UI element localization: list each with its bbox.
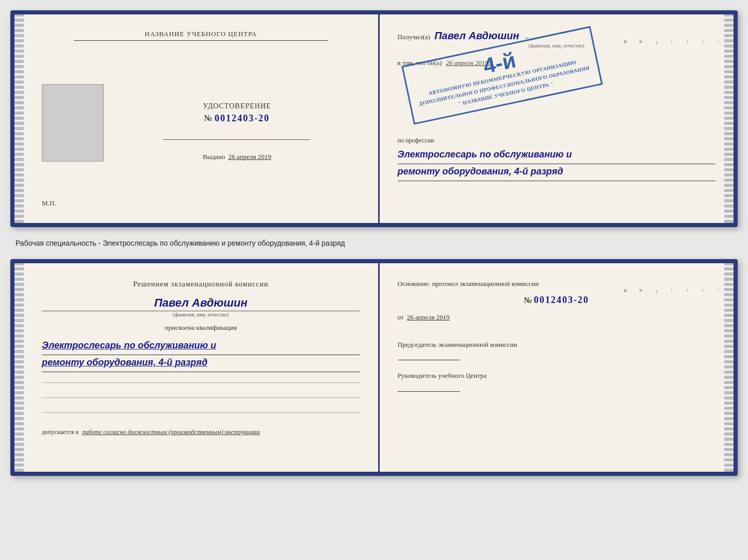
prisvoena-label: присвоена квалификация	[42, 324, 360, 332]
fio-label-bottom: (фамилия, имя, отчество)	[42, 312, 360, 317]
cert-number-top: 0012403-20	[214, 113, 270, 124]
po-professii-label: по профессии	[398, 137, 716, 145]
top-cert-right-page: 4-й АВТОНОМНУЮ НЕКОММЕРЧЕСКУЮ ОРГАНИЗАЦИ…	[380, 14, 734, 223]
ot-date: 26 апреля 2019	[407, 313, 450, 321]
protocol-number: 0012403-20	[534, 295, 589, 305]
vydano-label: Выдано	[203, 153, 225, 161]
bottom-cert-right-page: Основание: протокол экзаменационной коми…	[380, 263, 734, 472]
mp-label: М.П.	[42, 199, 56, 207]
qualification-line2: ремонту оборудования, 4-й разряд	[42, 355, 360, 372]
profession-line1-top: Электрослесарь по обслуживанию и	[398, 147, 716, 164]
ot-label: от	[398, 313, 404, 321]
page-wrapper: НАЗВАНИЕ УЧЕБНОГО ЦЕНТРА УДОСТОВЕРЕНИЕ №…	[10, 10, 738, 476]
predsedatel-signature-line	[398, 360, 460, 360]
rukovoditel-label: Руководитель учебного Центра	[398, 371, 716, 381]
name-handwritten-bottom: Павел Авдюшин	[42, 296, 360, 311]
name-block-bottom: Павел Авдюшин (фамилия, имя, отчество)	[42, 296, 360, 317]
profession-block-top: по профессии Электрослесарь по обслужива…	[398, 137, 716, 181]
profession-line2-top: ремонту оборудования, 4-й разряд	[398, 164, 716, 181]
qualification-line1: Электрослесарь по обслуживанию и	[42, 338, 360, 355]
rukovoditel-signature-line	[398, 391, 460, 392]
dopuskaetsya-block: допускается к работе согласно должностны…	[42, 428, 360, 436]
udostoverenie-block: УДОСТОВЕРЕНИЕ № 0012403-20	[203, 102, 271, 124]
vydano-block: Выдано 26 апреля 2019	[203, 153, 271, 161]
dopuskaetsya-text: работе согласно должностным (производств…	[82, 428, 260, 436]
right-side-chars-bottom: и а ← – – – –	[623, 289, 722, 295]
top-cert-left-page: НАЗВАНИЕ УЧЕБНОГО ЦЕНТРА УДОСТОВЕРЕНИЕ №…	[24, 14, 380, 223]
osnovaniye-label: Основание: протокол экзаменационной коми…	[398, 280, 539, 287]
bottom-cert-left-page: Решением экзаменационной комиссии Павел …	[24, 263, 380, 472]
photo-placeholder	[42, 84, 104, 162]
resheniem-title: Решением экзаменационной комиссии	[42, 279, 360, 290]
udostoverenie-title: УДОСТОВЕРЕНИЕ	[203, 102, 271, 110]
predsedatel-block: Председатель экзаменационной комиссии	[398, 340, 716, 361]
osnovaniye-block: Основание: протокол экзаменационной коми…	[398, 279, 716, 290]
predsedatel-label: Председатель экзаменационной комиссии	[398, 340, 716, 350]
left-spine-deco	[14, 14, 24, 223]
dopuskaetsya-label: допускается к	[42, 428, 79, 436]
between-text-content: Рабочая специальность - Электрослесарь п…	[15, 239, 345, 247]
left-spine-deco-bottom	[14, 263, 24, 472]
ot-date-block: от 26 апреля 2019	[398, 313, 716, 322]
vydano-date: 26 апреля 2019	[228, 153, 271, 161]
protocol-number-block: № 0012403-20	[398, 295, 716, 306]
rukovoditel-block: Руководитель учебного Центра	[398, 371, 716, 392]
between-text: Рабочая специальность - Электрослесарь п…	[10, 236, 738, 250]
org-name-top: НАЗВАНИЕ УЧЕБНОГО ЦЕНТРА	[74, 30, 328, 41]
protocol-prefix: №	[524, 296, 532, 305]
qualification-block-bottom: Электрослесарь по обслуживанию и ремонту…	[42, 338, 360, 372]
poluchil-name: Павел Авдюшин	[434, 30, 519, 41]
top-certificate: НАЗВАНИЕ УЧЕБНОГО ЦЕНТРА УДОСТОВЕРЕНИЕ №…	[10, 10, 738, 227]
right-side-chars-top: и а ← – – – –	[623, 40, 722, 46]
number-prefix: №	[204, 114, 212, 123]
bottom-certificate: Решением экзаменационной комиссии Павел …	[10, 259, 738, 476]
poluchil-label: Получил(a)	[398, 33, 430, 41]
